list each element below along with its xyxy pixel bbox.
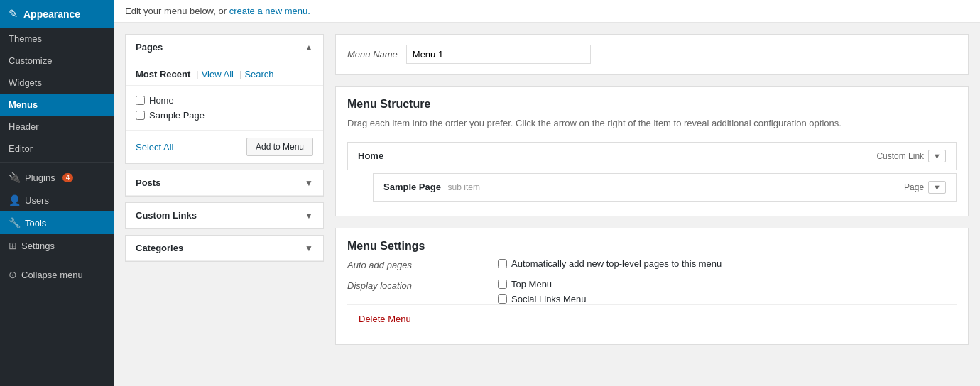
custom-links-section: Custom Links ▼ xyxy=(125,202,324,229)
auto-add-pages-row[interactable]: Automatically add new top-level pages to… xyxy=(498,258,957,269)
pages-actions: Select All Add to Menu xyxy=(126,130,323,163)
editor-label: Editor xyxy=(9,143,33,154)
menu-item-sample-expand[interactable]: ▼ xyxy=(928,181,946,194)
auto-add-pages-checkbox[interactable] xyxy=(498,259,507,268)
sidebar-item-collapse[interactable]: ⊙ Collapse menu xyxy=(0,263,114,286)
themes-label: Themes xyxy=(9,33,42,44)
header-label: Header xyxy=(9,121,39,132)
social-links-label: Social Links Menu xyxy=(511,294,587,304)
plugins-badge: 4 xyxy=(62,173,74,182)
page-home-label: Home xyxy=(149,95,174,106)
sidebar: ✎ Appearance Themes Customize Widgets Me… xyxy=(0,0,114,386)
posts-arrow-icon: ▼ xyxy=(305,178,313,188)
page-home-item[interactable]: Home xyxy=(136,93,313,108)
pages-section: Pages ▲ Most Recent View All Search H xyxy=(125,34,324,164)
users-icon: 👤 xyxy=(9,194,21,206)
auto-add-pages-text: Automatically add new top-level pages to… xyxy=(511,258,722,269)
widgets-label: Widgets xyxy=(9,77,42,88)
menu-name-row: Menu Name xyxy=(335,34,969,75)
delete-menu-link[interactable]: Delete Menu xyxy=(359,314,411,324)
sidebar-item-header[interactable]: Header xyxy=(0,116,114,138)
menu-settings-title: Menu Settings xyxy=(347,240,957,253)
customize-label: Customize xyxy=(9,55,52,66)
page-home-checkbox[interactable] xyxy=(136,96,145,105)
menu-item-sample-subitem-label: sub item xyxy=(448,182,480,192)
appearance-label: Appearance xyxy=(23,9,80,20)
top-menu-row[interactable]: Top Menu xyxy=(498,279,957,290)
tab-search[interactable]: Search xyxy=(236,69,277,79)
top-menu-label: Top Menu xyxy=(511,279,552,290)
menu-settings: Menu Settings Auto add pages Automatical… xyxy=(335,228,969,345)
pages-tabs: Most Recent View All Search xyxy=(126,60,323,86)
page-sample-item[interactable]: Sample Page xyxy=(136,108,313,123)
create-new-menu-link[interactable]: create a new menu. xyxy=(229,6,310,16)
collapse-icon: ⊙ xyxy=(9,269,17,280)
pages-arrow-icon: ▲ xyxy=(305,43,313,53)
menus-label: Menus xyxy=(9,99,38,110)
sidebar-item-settings[interactable]: ⊞ Settings xyxy=(0,234,114,257)
categories-title: Categories xyxy=(136,243,183,253)
users-label: Users xyxy=(25,195,49,206)
categories-arrow-icon: ▼ xyxy=(305,243,313,253)
sidebar-item-menus[interactable]: Menus xyxy=(0,94,114,116)
top-notice-text: Edit your menu below, or xyxy=(125,6,229,16)
menu-structure-title: Menu Structure xyxy=(347,98,957,111)
collapse-label: Collapse menu xyxy=(21,270,83,280)
posts-header[interactable]: Posts ▼ xyxy=(126,170,323,196)
custom-links-header[interactable]: Custom Links ▼ xyxy=(126,203,323,228)
plugins-icon: 🔌 xyxy=(9,172,21,183)
social-links-row[interactable]: Social Links Menu xyxy=(498,294,957,304)
add-to-menu-button[interactable]: Add to Menu xyxy=(246,138,313,156)
categories-section: Categories ▼ xyxy=(125,235,324,262)
menu-item-sample-left: Sample Page sub item xyxy=(383,182,480,192)
tab-most-recent[interactable]: Most Recent xyxy=(136,69,193,79)
sidebar-item-themes[interactable]: Themes xyxy=(0,28,114,50)
menu-item-home[interactable]: Home Custom Link ▼ xyxy=(347,142,957,170)
tab-view-all[interactable]: View All xyxy=(193,69,236,79)
sidebar-divider-1 xyxy=(0,162,114,163)
select-all-link[interactable]: Select All xyxy=(136,142,173,153)
menu-item-home-name: Home xyxy=(358,150,383,161)
sidebar-item-editor[interactable]: Editor xyxy=(0,138,114,160)
menu-item-home-expand[interactable]: ▼ xyxy=(928,150,946,162)
left-panel: Pages ▲ Most Recent View All Search H xyxy=(125,34,324,345)
menu-name-input[interactable] xyxy=(406,45,591,64)
social-links-checkbox[interactable] xyxy=(498,294,507,304)
menu-item-home-type: Custom Link xyxy=(876,151,924,161)
right-panel: Menu Name Menu Structure Drag each item … xyxy=(335,34,969,345)
sidebar-item-tools[interactable]: 🔧 Tools xyxy=(0,211,114,234)
pages-checkboxes: Home Sample Page xyxy=(126,86,323,130)
settings-grid: Auto add pages Automatically add new top… xyxy=(347,258,957,304)
menu-name-label: Menu Name xyxy=(347,49,398,60)
sidebar-divider-2 xyxy=(0,260,114,260)
page-sample-label: Sample Page xyxy=(149,110,205,121)
appearance-icon: ✎ xyxy=(9,7,18,21)
pages-title: Pages xyxy=(136,42,163,53)
display-location-value: Top Menu Social Links Menu xyxy=(498,279,957,304)
pages-content: Most Recent View All Search Home Sa xyxy=(126,60,323,163)
sidebar-item-users[interactable]: 👤 Users xyxy=(0,189,114,211)
settings-icon: ⊞ xyxy=(9,240,17,251)
pages-header[interactable]: Pages ▲ xyxy=(126,35,323,60)
menu-structure-desc: Drag each item into the order you prefer… xyxy=(347,116,957,131)
tools-icon: 🔧 xyxy=(9,217,21,228)
appearance-header[interactable]: ✎ Appearance xyxy=(0,0,114,28)
top-menu-checkbox[interactable] xyxy=(498,280,507,289)
main-content: Edit your menu below, or create a new me… xyxy=(114,0,980,386)
posts-title: Posts xyxy=(136,177,160,188)
sidebar-item-plugins[interactable]: 🔌 Plugins 4 xyxy=(0,166,114,189)
menu-item-sample-name: Sample Page xyxy=(383,182,441,192)
categories-header[interactable]: Categories ▼ xyxy=(126,236,323,261)
page-sample-checkbox[interactable] xyxy=(136,111,145,120)
menu-item-sample-type: Page xyxy=(904,182,924,192)
content-area: Pages ▲ Most Recent View All Search H xyxy=(114,23,980,356)
menu-item-sample-page[interactable]: Sample Page sub item Page ▼ xyxy=(373,173,957,202)
posts-section: Posts ▼ xyxy=(125,170,324,197)
delete-menu-container: Delete Menu xyxy=(347,304,957,333)
custom-links-title: Custom Links xyxy=(136,210,197,221)
custom-links-arrow-icon: ▼ xyxy=(305,211,313,221)
menu-item-sample-right: Page ▼ xyxy=(904,181,946,194)
menu-structure: Menu Structure Drag each item into the o… xyxy=(335,86,969,216)
sidebar-item-customize[interactable]: Customize xyxy=(0,50,114,72)
sidebar-item-widgets[interactable]: Widgets xyxy=(0,72,114,94)
